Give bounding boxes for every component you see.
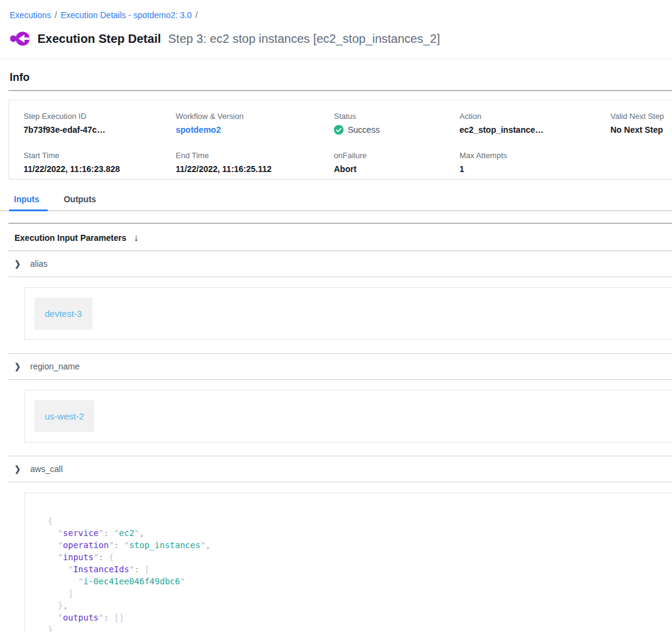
chevron-right-icon[interactable]: ❯: [14, 362, 21, 371]
param-name: aws_call: [30, 464, 63, 474]
field-label: onFailure: [334, 151, 459, 160]
field-value: ec2_stop_instance…: [459, 125, 610, 135]
param-content-alias: devtest-3: [8, 277, 672, 354]
field-label: Max Attempts: [459, 151, 610, 160]
field-value: 11/22/2022, 11:16:23.828: [24, 164, 176, 174]
param-content-region-name: us-west-2: [8, 380, 672, 456]
field-status: Status Success: [334, 112, 459, 139]
field-value: No Next Step: [610, 125, 672, 135]
parameters-heading: Execution Input Parameters: [14, 233, 126, 243]
field-valid-next-step: Valid Next Step No Next Step: [610, 112, 672, 139]
field-label: Start Time: [24, 151, 176, 160]
field-end-time: End Time 11/22/2022, 11:16:25.112: [176, 151, 334, 179]
breadcrumb-separator: /: [192, 10, 202, 20]
sort-descending-icon[interactable]: ↓: [133, 232, 138, 243]
info-section-heading: Info: [10, 71, 662, 84]
page-header: Execution Step Detail Step 3: ec2 stop i…: [10, 29, 662, 48]
status-text: Success: [348, 125, 380, 135]
breadcrumb: Executions/Execution Details - spotdemo2…: [0, 0, 672, 20]
parameters-header: Execution Input Parameters ↓: [8, 224, 672, 251]
field-label: Workflow & Version: [176, 112, 334, 121]
breadcrumb-link-execution-details[interactable]: Execution Details - spotdemo2: 3.0: [60, 10, 191, 20]
param-value-box: devtest-3: [24, 287, 672, 340]
field-label: Status: [334, 112, 459, 121]
field-max-attempts: Max Attempts 1: [459, 151, 610, 179]
status-badge: Success: [334, 125, 459, 135]
param-value-chip: devtest-3: [34, 298, 92, 330]
json-code-block: { "service": "ec2", "operation": "stop_i…: [48, 515, 672, 632]
param-row-aws-call[interactable]: ❯ aws_call: [8, 456, 672, 482]
workflow-link[interactable]: spotdemo2: [176, 125, 334, 135]
field-value: 7b73f93e-edaf-47c…: [24, 125, 176, 135]
success-icon: [334, 125, 344, 135]
field-label: Step Execution ID: [24, 112, 176, 121]
tab-outputs[interactable]: Outputs: [59, 193, 104, 211]
param-value-box: us-west-2: [24, 390, 672, 442]
field-label: End Time: [176, 151, 334, 160]
field-start-time: Start Time 11/22/2022, 11:16:23.828: [24, 151, 176, 179]
param-value-chip: us-west-2: [34, 400, 94, 432]
field-action: Action ec2_stop_instance…: [459, 112, 610, 139]
field-value: 11/22/2022, 11:16:25.112: [176, 164, 334, 174]
breadcrumb-separator: /: [51, 10, 60, 20]
field-step-execution-id: Step Execution ID 7b73f93e-edaf-47c…: [24, 112, 176, 139]
param-row-region-name[interactable]: ❯ region_name: [8, 354, 672, 380]
chevron-right-icon[interactable]: ❯: [14, 259, 21, 269]
param-row-alias[interactable]: ❯ alias: [8, 251, 672, 277]
field-onfailure: onFailure Abort: [334, 151, 459, 179]
tab-bar: Inputs Outputs: [0, 193, 672, 211]
param-name: region_name: [30, 362, 80, 371]
execution-input-parameters-table: Execution Input Parameters ↓ ❯ alias dev…: [8, 223, 672, 632]
param-code-box: { "service": "ec2", "operation": "stop_i…: [24, 493, 672, 632]
page-title: Execution Step Detail: [37, 32, 161, 46]
field-label: Action: [459, 112, 610, 121]
workflow-execution-icon: [10, 29, 30, 48]
field-workflow-version: Workflow & Version spotdemo2: [176, 112, 334, 139]
field-value: Abort: [334, 164, 459, 174]
field-value: 1: [459, 164, 610, 174]
param-content-aws-call: { "service": "ec2", "operation": "stop_i…: [8, 482, 672, 632]
info-card: Step Execution ID 7b73f93e-edaf-47c… Wor…: [8, 100, 672, 179]
header-divider: [0, 59, 672, 59]
field-label: Valid Next Step: [610, 112, 672, 121]
page-subtitle: Step 3: ec2 stop instances [ec2_stop_ins…: [168, 32, 440, 46]
breadcrumb-link-executions[interactable]: Executions: [10, 10, 51, 20]
param-name: alias: [30, 259, 48, 269]
info-divider: [8, 90, 672, 91]
tab-inputs[interactable]: Inputs: [9, 193, 48, 211]
chevron-right-icon[interactable]: ❯: [14, 464, 21, 474]
